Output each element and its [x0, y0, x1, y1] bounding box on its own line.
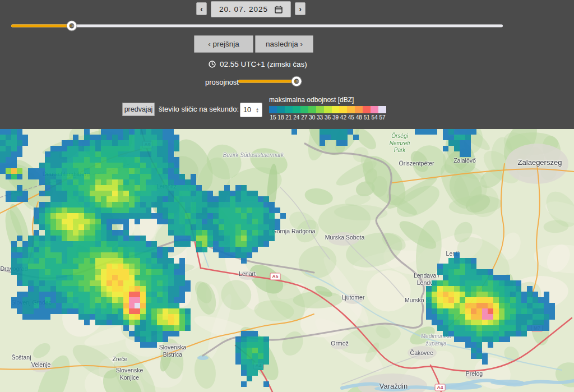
time-slider-fill [11, 25, 72, 27]
date-input[interactable]: 20. 07. 2025 [211, 1, 291, 17]
date-value: 20. 07. 2025 [219, 5, 268, 13]
reflectivity-legend: maksimalna odbojnost [dBZ] 1518212427303… [269, 96, 387, 121]
legend-tick: 15 [269, 114, 277, 121]
legend-color-step [332, 106, 340, 113]
time-slider-handle[interactable] [67, 21, 76, 31]
radar-map[interactable]: DeutschlandsbergLeibnitzBezirk Südostste… [0, 129, 574, 392]
opacity-slider[interactable] [238, 77, 302, 86]
legend-tick: 57 [378, 114, 386, 121]
legend-tick: 54 [371, 114, 378, 121]
radar-app: ‹ 20. 07. 2025 › ‹ prejšnja naslednja › [0, 0, 574, 392]
step-down-icon[interactable]: ▾ [256, 110, 258, 113]
legend-tick: 42 [339, 114, 347, 121]
next-frame-button[interactable]: naslednja › [255, 35, 313, 53]
legend-color-step [355, 106, 363, 113]
legend-tick: 48 [355, 114, 363, 121]
legend-colorbar [269, 106, 386, 113]
control-panel: ‹ 20. 07. 2025 › ‹ prejšnja naslednja › [0, 0, 574, 129]
time-slider-track[interactable] [11, 25, 503, 27]
legend-color-step [371, 106, 378, 113]
legend-title: maksimalna odbojnost [dBZ] [269, 96, 387, 104]
legend-tick: 24 [293, 114, 300, 121]
legend-color-step [277, 106, 285, 113]
fps-label: število sličic na sekundo: [159, 105, 239, 113]
legend-tick-labels: 151821242730333639424548515457 [269, 114, 386, 121]
legend-tick: 21 [285, 114, 293, 121]
radar-canvas [0, 129, 574, 392]
legend-color-step [347, 106, 355, 113]
opacity-slider-handle[interactable] [291, 77, 301, 86]
fps-input[interactable]: 10 ▴▾ [240, 103, 262, 117]
fps-value: 10 [240, 106, 254, 114]
legend-color-step [324, 106, 332, 113]
legend-color-step [269, 106, 277, 113]
legend-tick: 27 [300, 114, 308, 121]
legend-color-step [378, 106, 386, 113]
calendar-icon [275, 6, 283, 13]
legend-tick: 33 [316, 114, 324, 121]
time-slider[interactable] [11, 21, 503, 30]
legend-tick: 30 [308, 114, 316, 121]
legend-tick: 36 [324, 114, 332, 121]
previous-day-button[interactable]: ‹ [196, 2, 207, 15]
legend-tick: 18 [277, 114, 285, 121]
timestamp-label: 02.55 UTC+1 (zimski čas) [220, 60, 307, 68]
legend-color-step [300, 106, 308, 113]
clock-icon [209, 61, 216, 68]
legend-color-step [285, 106, 293, 113]
legend-color-step [316, 106, 324, 113]
legend-color-step [308, 106, 316, 113]
legend-color-step [339, 106, 347, 113]
play-button[interactable]: predvajaj [122, 103, 155, 116]
fps-stepper[interactable]: ▴▾ [254, 107, 262, 113]
legend-tick: 45 [347, 114, 355, 121]
previous-frame-button[interactable]: ‹ prejšnja [194, 35, 253, 53]
next-day-button[interactable]: › [295, 2, 305, 15]
legend-tick: 39 [332, 114, 340, 121]
legend-tick: 51 [363, 114, 371, 121]
legend-color-step [363, 106, 371, 113]
timestamp-row: 02.55 UTC+1 (zimski čas) [209, 60, 307, 68]
legend-color-step [293, 106, 300, 113]
opacity-slider-fill [238, 80, 297, 83]
opacity-label: prosojnost [205, 78, 239, 86]
